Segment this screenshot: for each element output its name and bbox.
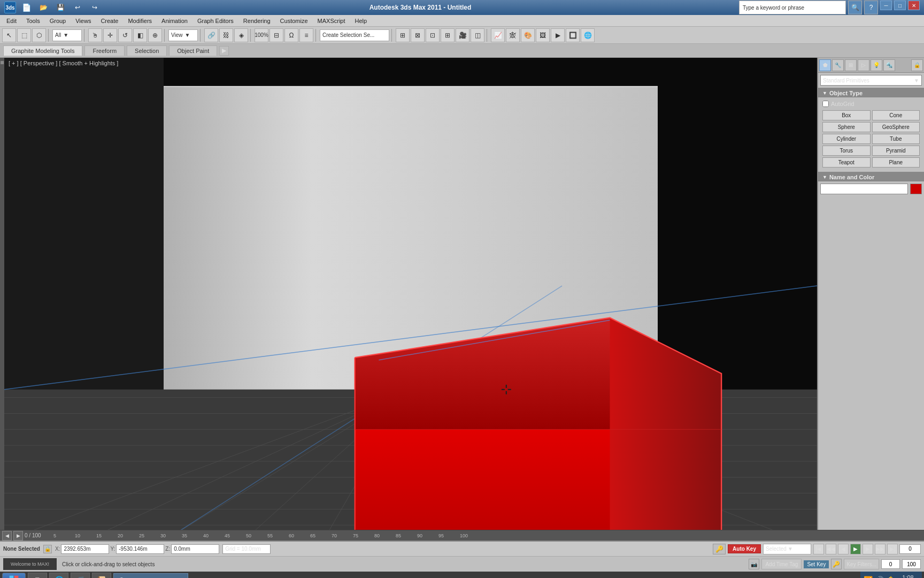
redo-btn[interactable]: ↪ xyxy=(88,1,102,14)
environment[interactable]: 🌐 xyxy=(581,28,595,42)
set-key-btn[interactable]: Set Key xyxy=(804,560,829,568)
menu-modifiers[interactable]: Modifiers xyxy=(124,17,156,25)
undo-btn[interactable]: ↩ xyxy=(71,1,84,14)
sphere-btn[interactable]: Sphere xyxy=(822,122,871,132)
color-swatch[interactable] xyxy=(910,184,922,194)
teapot-btn[interactable]: Teapot xyxy=(822,157,871,168)
display-floater[interactable]: Ω xyxy=(284,28,298,42)
schematic-view[interactable]: 🕸 xyxy=(506,28,520,42)
minimize-btn[interactable]: ─ xyxy=(880,1,892,10)
rendered-frame[interactable]: 🔲 xyxy=(566,28,580,42)
bind-btn[interactable]: ◈ xyxy=(234,28,248,42)
end-frame-input[interactable] xyxy=(902,559,921,569)
start-frame-input[interactable] xyxy=(881,559,900,569)
place-tool[interactable]: ⊕ xyxy=(148,28,162,42)
name-color-header[interactable]: ▼ Name and Color xyxy=(818,173,924,181)
add-time-tag-btn[interactable]: Add Time Tag xyxy=(761,559,802,569)
link-btn[interactable]: 🔗 xyxy=(204,28,218,42)
primitives-dropdown[interactable]: Standard Primitives ▼ xyxy=(820,75,922,86)
menu-edit[interactable]: Edit xyxy=(2,17,21,25)
align-camera[interactable]: 🎥 xyxy=(456,28,469,42)
select-scale[interactable]: ◧ xyxy=(133,28,147,42)
next-frame-btn[interactable]: ▶ xyxy=(13,531,23,541)
menu-animation[interactable]: Animation xyxy=(157,17,192,25)
x-coord[interactable]: 2392.653m xyxy=(61,544,109,554)
close-btn[interactable]: ✕ xyxy=(908,1,920,10)
geosphere-btn[interactable]: GeoSphere xyxy=(872,122,920,132)
motion-icon[interactable]: ▷ xyxy=(858,59,869,71)
display-icon[interactable]: 💡 xyxy=(871,59,882,71)
cylinder-btn[interactable]: Cylinder xyxy=(822,134,871,144)
search-icon-btn[interactable]: 🔍 xyxy=(848,1,862,14)
pyramid-btn[interactable]: Pyramid xyxy=(872,146,920,156)
menu-graph-editors[interactable]: Graph Editors xyxy=(193,17,238,25)
skip-start-btn[interactable]: |◀ xyxy=(813,544,824,554)
key-icon[interactable]: 🔑 xyxy=(713,544,726,554)
render-setup[interactable]: 🖼 xyxy=(536,28,550,42)
object-name-input[interactable] xyxy=(820,184,908,194)
align-view[interactable]: ◫ xyxy=(471,28,484,42)
new-btn[interactable]: 📄 xyxy=(19,1,33,14)
tab-selection[interactable]: Selection xyxy=(127,45,167,56)
cone-btn[interactable]: Cone xyxy=(872,110,920,120)
menu-customize[interactable]: Customize xyxy=(276,17,312,25)
select-move[interactable]: ✛ xyxy=(103,28,117,42)
select-tool[interactable]: ↖ xyxy=(2,28,16,42)
key-filters-btn[interactable]: Key Filters... xyxy=(844,559,879,569)
skip-end-btn[interactable]: ▶| xyxy=(887,544,898,554)
unlink-btn[interactable]: ⛓ xyxy=(219,28,233,42)
render-frame[interactable]: ▶ xyxy=(551,28,565,42)
search-input[interactable]: Type a keyword or phrase xyxy=(739,1,846,14)
viewport-container[interactable]: [ + ] [ Perspective ] [ Smooth + Highlig… xyxy=(4,58,817,530)
next-frame-btn-2[interactable]: ▶ xyxy=(863,544,873,554)
3dsmax-task[interactable]: 🎲 3ds Max 2011 xyxy=(113,573,188,578)
ribbon-arrow[interactable]: ▶ xyxy=(219,46,229,56)
prev-key-btn[interactable]: ◀◀ xyxy=(826,544,836,554)
next-key-btn[interactable]: ▶▶ xyxy=(875,544,886,554)
menu-group[interactable]: Group xyxy=(45,17,71,25)
selected-dropdown[interactable]: Selected▼ xyxy=(763,544,811,554)
isolate-btn[interactable]: ⊟ xyxy=(270,28,283,42)
filter-dropdown[interactable]: All▼ xyxy=(52,29,82,41)
normal-align[interactable]: ⊡ xyxy=(426,28,440,42)
z-coord[interactable]: 0.0mm xyxy=(171,544,219,554)
plane-btn[interactable]: Plane xyxy=(872,157,920,168)
autogrid-checkbox[interactable] xyxy=(822,101,829,107)
mirror-btn[interactable]: ⊞ xyxy=(396,28,410,42)
ie-icon[interactable]: 🌐 xyxy=(49,573,68,578)
media-player-icon[interactable]: 🎵 xyxy=(71,573,90,578)
maximize-btn[interactable]: □ xyxy=(894,1,906,10)
auto-key-btn[interactable]: Auto Key xyxy=(728,544,761,553)
box-btn[interactable]: Box xyxy=(822,110,871,120)
prev-frame-btn[interactable]: ◀ xyxy=(2,531,12,541)
save-btn[interactable]: 💾 xyxy=(53,1,67,14)
tab-object-paint[interactable]: Object Paint xyxy=(169,45,217,56)
menu-rendering[interactable]: Rendering xyxy=(239,17,275,25)
prev-frame-btn-2[interactable]: ◀ xyxy=(838,544,849,554)
camera-icon[interactable]: 📷 xyxy=(749,559,759,569)
select-rotate[interactable]: ↺ xyxy=(118,28,132,42)
lock-button[interactable]: 🔒 xyxy=(43,545,52,553)
menu-create[interactable]: Create xyxy=(96,17,122,25)
menu-maxscript[interactable]: MAXScript xyxy=(313,17,350,25)
place-highl[interactable]: ⊞ xyxy=(441,28,455,42)
select-btn[interactable]: 🖱 xyxy=(88,28,102,42)
curve-editor[interactable]: 📈 xyxy=(491,28,505,42)
utilities-icon[interactable]: 🔩 xyxy=(883,59,895,71)
play-btn[interactable]: ▶ xyxy=(850,544,861,554)
open-btn[interactable]: 📂 xyxy=(36,1,50,14)
hierarchy-icon[interactable]: ⊞ xyxy=(845,59,857,71)
y-coord[interactable]: -9530.146m xyxy=(116,544,164,554)
viewport-scene[interactable] xyxy=(4,58,817,530)
show-desktop-btn[interactable]: 🖥 xyxy=(28,573,47,578)
view-dropdown[interactable]: View▼ xyxy=(168,29,198,41)
tab-graphite-modeling[interactable]: Graphite Modeling Tools xyxy=(3,45,82,56)
torus-btn[interactable]: Torus xyxy=(822,146,871,156)
tube-btn[interactable]: Tube xyxy=(872,134,920,144)
maxscript-icon[interactable]: 📜 xyxy=(92,573,111,578)
menu-tools[interactable]: Tools xyxy=(22,17,44,25)
create-selection-input[interactable]: Create Selection Se... xyxy=(320,29,389,41)
menu-help[interactable]: Help xyxy=(351,17,372,25)
select-region[interactable]: ⬚ xyxy=(17,28,31,42)
help-icon-btn[interactable]: ? xyxy=(864,1,878,14)
